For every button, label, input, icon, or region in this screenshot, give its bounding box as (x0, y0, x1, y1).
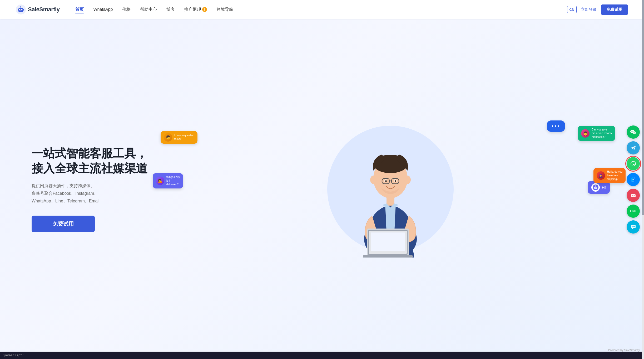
svg-point-32 (395, 180, 396, 182)
svg-point-47 (634, 226, 635, 227)
svg-point-41 (635, 132, 635, 133)
chat-bubble-dots: ••• (547, 120, 565, 132)
powered-by: Powered by SaleSmartly (608, 348, 640, 352)
chat-bubble-question: 👦 I have a questionto ask (161, 131, 197, 144)
bottom-bar-text: javascript:; (3, 353, 26, 357)
line-button[interactable]: LINE (627, 205, 640, 218)
login-button[interactable]: 立即登录 (581, 7, 597, 12)
svg-point-2 (19, 9, 21, 11)
chat-icon (630, 224, 637, 230)
hero-cta-button[interactable]: 免费试用 (32, 216, 95, 232)
line-icon: LINE (630, 210, 636, 213)
svg-point-39 (633, 132, 636, 134)
hero-person (335, 120, 446, 258)
whatsapp-button[interactable] (627, 157, 640, 170)
social-sidebar: LINE (627, 125, 640, 234)
navbar-right: CN 立即登录 免费试用 (567, 4, 628, 15)
svg-point-15 (595, 186, 596, 186)
svg-point-12 (596, 187, 597, 188)
telegram-button[interactable] (627, 141, 640, 154)
nav-navigation[interactable]: 跨境导航 (216, 7, 233, 12)
scroll-thumb[interactable] (642, 0, 644, 215)
avatar-woman3: 🧕 (597, 171, 605, 180)
svg-point-31 (385, 180, 387, 182)
nav-promo[interactable]: 推广返现 $ (184, 7, 207, 12)
svg-point-45 (632, 226, 633, 227)
svg-rect-7 (18, 9, 18, 11)
trial-button[interactable]: 免费试用 (601, 4, 628, 15)
nav-help[interactable]: 帮助中心 (140, 7, 157, 12)
svg-point-46 (633, 226, 634, 227)
logo-text: SaleSmartly (28, 6, 60, 13)
nav-whatsapp[interactable]: WhatsApp (93, 7, 113, 12)
svg-rect-13 (595, 188, 596, 188)
svg-rect-8 (23, 9, 24, 11)
hero-title: 一站式智能客服工具， 接入全球主流社媒渠道 (32, 146, 158, 176)
chat-bubble-shipping: 🧕 Hello, do youhave freeshipping? (593, 168, 626, 183)
whatsapp-icon (630, 160, 637, 167)
navbar: SaleSmartly 首页 WhatsApp 价格 帮助中心 博客 推广返现 … (0, 0, 644, 19)
svg-rect-20 (371, 232, 405, 251)
nav-home[interactable]: 首页 (75, 7, 84, 12)
chat-button[interactable] (627, 220, 640, 234)
avatar-woman2: 💁 (156, 177, 164, 185)
svg-rect-43 (631, 194, 636, 197)
hero-visual: ••• 👦 I have a questionto ask 👩 Can you … (158, 113, 623, 265)
hero-content: 一站式智能客服工具， 接入全球主流社媒渠道 提供网页聊天插件，支持跨媒体、 多账… (32, 146, 158, 232)
robot-icon (593, 185, 598, 190)
svg-point-40 (634, 132, 634, 133)
language-button[interactable]: CN (567, 6, 577, 13)
logo-link[interactable]: SaleSmartly (16, 4, 60, 14)
wechat-icon (630, 129, 637, 135)
hero-description: 提供网页聊天插件，支持跨媒体、 多账号聚合Facebook、Instagram、… (32, 182, 158, 205)
logo-icon (16, 4, 26, 14)
chat-bubble-delivered: 💁 things I buyis itdelivered? (153, 173, 183, 188)
hero-section: 一站式智能客服工具， 接入全球主流社媒渠道 提供网页聊天插件，支持跨媒体、 多账… (0, 19, 644, 359)
coin-icon: $ (202, 7, 207, 12)
email-button[interactable] (627, 189, 640, 202)
chat-bubble-recommend: 👩 Can you giveme a size recom-mendation? (578, 126, 615, 141)
bottom-bar: javascript:; (0, 352, 644, 359)
svg-point-11 (595, 187, 596, 188)
svg-point-37 (632, 131, 632, 132)
svg-point-3 (21, 9, 23, 11)
svg-rect-4 (20, 11, 21, 11)
avatar-woman1: 👩 (581, 129, 589, 138)
svg-rect-35 (387, 196, 394, 206)
svg-point-34 (404, 176, 411, 184)
svg-rect-21 (363, 255, 413, 258)
svg-point-33 (370, 176, 377, 184)
nav-links: 首页 WhatsApp 价格 帮助中心 博客 推广返现 $ 跨境导航 (75, 7, 567, 12)
scrollbar[interactable] (642, 0, 644, 359)
wechat-button[interactable] (627, 125, 640, 139)
messenger-button[interactable] (627, 173, 640, 186)
email-icon (630, 192, 637, 199)
nav-blog[interactable]: 博客 (166, 7, 175, 12)
svg-point-6 (20, 6, 21, 7)
telegram-icon (630, 144, 637, 151)
svg-rect-10 (594, 187, 597, 189)
svg-point-38 (633, 131, 633, 132)
svg-rect-1 (18, 8, 23, 12)
robot-avatar (591, 183, 600, 192)
messenger-icon (630, 176, 637, 183)
avatar-man: 👦 (164, 133, 172, 142)
person-illustration (340, 126, 440, 258)
nav-price[interactable]: 价格 (122, 7, 131, 12)
